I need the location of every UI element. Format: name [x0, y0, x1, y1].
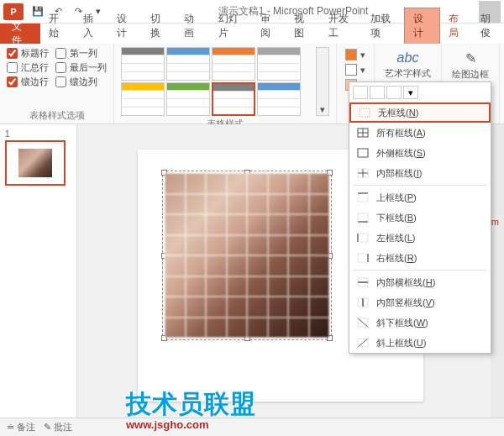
- selected-table[interactable]: [165, 173, 329, 338]
- style-thumb[interactable]: [166, 47, 210, 81]
- notes-button[interactable]: ≐ 备注: [7, 421, 35, 433]
- style-thumb[interactable]: [257, 47, 301, 81]
- slide-thumb-1[interactable]: [5, 140, 66, 186]
- tab-ctx-layout[interactable]: 布局: [440, 8, 474, 44]
- borders-dropdown: ▾ 无框线(N) 所有框线(A) 外侧框线(S) 内部框线(I) 上框线(P) …: [349, 81, 491, 354]
- gallery-more[interactable]: ▾: [316, 47, 329, 116]
- opt-banded-col[interactable]: 镶边列: [55, 76, 107, 88]
- svg-line-22: [358, 339, 368, 347]
- style-thumb[interactable]: [121, 47, 165, 81]
- app-icon: P: [3, 3, 24, 20]
- dd-diagonal-up[interactable]: 斜上框线(U): [349, 333, 491, 353]
- dd-label: 内部横框线(H): [376, 276, 435, 289]
- dd-bottom-border[interactable]: 下框线(B): [349, 207, 491, 228]
- style-thumb[interactable]: [212, 82, 255, 116]
- dd-label: 左框线(L): [376, 232, 415, 244]
- tab-insert[interactable]: 插入: [75, 8, 108, 44]
- tab-design[interactable]: 设计: [108, 8, 142, 44]
- dd-inside-borders[interactable]: 内部框线(I): [349, 163, 491, 183]
- pen-icon: ✎: [465, 50, 476, 66]
- opt-header-row[interactable]: 标题行: [7, 47, 49, 60]
- tab-slideshow[interactable]: 幻灯片: [210, 8, 252, 44]
- svg-rect-9: [358, 193, 368, 202]
- slide-panel[interactable]: 1: [0, 124, 77, 418]
- svg-rect-15: [358, 254, 368, 262]
- svg-rect-4: [358, 149, 368, 157]
- inside-border-icon: [356, 167, 370, 179]
- menu-separator: [353, 270, 487, 271]
- outside-border-icon: [356, 147, 370, 159]
- svg-rect-13: [358, 234, 368, 242]
- dd-label: 无框线(N): [378, 107, 418, 119]
- table-options: 标题行 第一列 汇总行 最后一列 镶边行 镶边列: [7, 47, 107, 88]
- dd-inside-horizontal[interactable]: 内部横框线(H): [349, 272, 491, 292]
- dd-label: 斜下框线(W): [376, 317, 428, 329]
- table-grid-image: [165, 173, 329, 338]
- username[interactable]: 胡俊: [474, 8, 504, 44]
- tab-addins[interactable]: 加载项: [362, 8, 404, 44]
- opt-first-col[interactable]: 第一列: [55, 47, 107, 60]
- tab-transitions[interactable]: 切换: [142, 8, 176, 44]
- diag-down-icon: [356, 317, 370, 328]
- dd-right-border[interactable]: 右框线(R): [349, 248, 491, 268]
- bottom-border-icon: [356, 212, 370, 223]
- group-table-style-options: 标题行 第一列 汇总行 最后一列 镶边行 镶边列 表格样式选项: [0, 44, 114, 123]
- borders-button[interactable]: ▾: [342, 62, 369, 77]
- style-thumb[interactable]: [212, 47, 255, 81]
- style-thumb[interactable]: [121, 82, 165, 116]
- svg-rect-0: [360, 108, 370, 117]
- dd-label: 内部框线(I): [376, 167, 422, 180]
- dd-diagonal-down[interactable]: 斜下框线(W): [349, 313, 491, 333]
- inside-v-icon: [356, 297, 370, 308]
- draw-border-button[interactable]: ✎ 绘图边框: [449, 47, 492, 84]
- group-label-options: 表格样式选项: [7, 108, 107, 122]
- status-bar: ≐ 备注 ✎ 批注: [0, 418, 504, 436]
- style-thumb[interactable]: [166, 82, 210, 116]
- wordart-button[interactable]: abc 艺术字样式: [381, 47, 434, 83]
- dd-label: 斜上框线(U): [376, 337, 426, 349]
- shading-button[interactable]: ▾: [342, 47, 369, 62]
- style-thumb[interactable]: [257, 82, 301, 116]
- border-mini[interactable]: [370, 86, 385, 99]
- diag-up-icon: [356, 337, 370, 349]
- border-color-row: ▾: [349, 82, 491, 102]
- border-mini[interactable]: [353, 86, 368, 99]
- dd-outside-borders[interactable]: 外侧框线(S): [349, 143, 491, 163]
- dd-label: 内部竖框线(V): [376, 297, 435, 309]
- dd-top-border[interactable]: 上框线(P): [349, 187, 491, 207]
- tab-developer[interactable]: 开发工: [320, 8, 362, 44]
- wordart-icon: abc: [397, 50, 419, 66]
- dd-label: 所有框线(A): [376, 127, 426, 139]
- menu-separator: [353, 185, 487, 186]
- dd-left-border[interactable]: 左框线(L): [349, 228, 491, 248]
- dd-label: 下框线(B): [376, 212, 417, 224]
- tab-ctx-design[interactable]: 设计: [404, 8, 439, 44]
- dd-label: 上框线(P): [376, 192, 417, 204]
- dd-label: 右框线(R): [376, 252, 417, 265]
- tab-review[interactable]: 审阅: [252, 8, 286, 44]
- comments-button[interactable]: ✎ 批注: [44, 421, 72, 433]
- thumb-image: [18, 149, 52, 177]
- no-border-icon: [358, 107, 371, 118]
- svg-line-20: [358, 318, 368, 327]
- opt-banded-row[interactable]: 镶边行: [7, 76, 49, 88]
- ribbon-tabs: 文件 开始 插入 设计 切换 动画 幻灯片 审阅 视图 开发工 加载项 设计 布…: [0, 24, 504, 44]
- dd-all-borders[interactable]: 所有框线(A): [349, 123, 491, 143]
- dd-inside-vertical[interactable]: 内部竖框线(V): [349, 292, 491, 313]
- vertical-scrollbar[interactable]: [491, 124, 504, 418]
- dd-no-border[interactable]: 无框线(N): [349, 102, 491, 123]
- tab-view[interactable]: 视图: [286, 8, 319, 44]
- tab-home[interactable]: 开始: [40, 8, 74, 44]
- border-mini[interactable]: [386, 86, 402, 99]
- inside-h-icon: [356, 276, 370, 288]
- right-border-icon: [356, 252, 370, 264]
- table-style-gallery[interactable]: [121, 47, 316, 116]
- all-borders-icon: [356, 127, 370, 139]
- group-table-styles: ▾ 表格样式: [114, 44, 337, 123]
- border-mini[interactable]: ▾: [403, 86, 418, 99]
- tab-animations[interactable]: 动画: [176, 8, 209, 44]
- opt-total-row[interactable]: 汇总行: [7, 61, 49, 74]
- tab-file[interactable]: 文件: [0, 24, 40, 44]
- slide-number: 1: [5, 129, 71, 139]
- opt-last-col[interactable]: 最后一列: [55, 61, 107, 74]
